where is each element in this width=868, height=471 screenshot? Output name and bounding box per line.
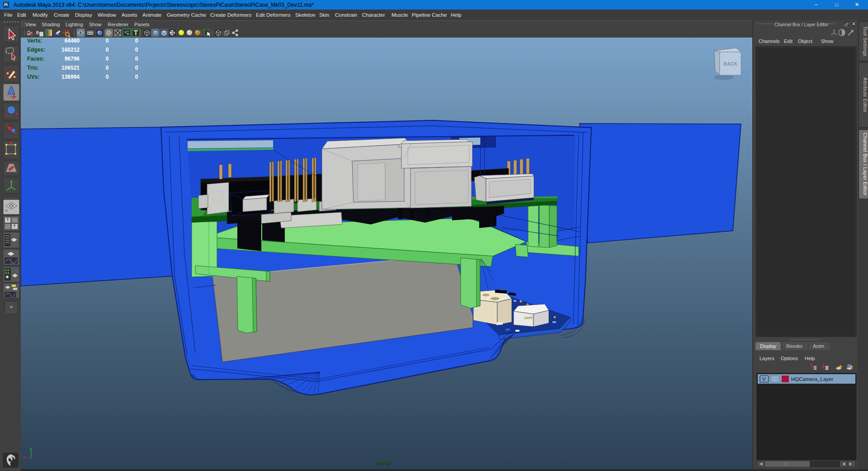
svg-text:0: 0: [106, 47, 109, 53]
svg-text:96796: 96796: [65, 56, 80, 62]
svg-text:0: 0: [106, 56, 109, 62]
svg-text:V: V: [762, 376, 766, 382]
svg-text:BACK: BACK: [724, 62, 738, 67]
svg-text:Layers: Layers: [760, 356, 775, 361]
svg-text:Faces:: Faces:: [27, 56, 44, 62]
svg-text:0: 0: [106, 38, 109, 44]
svg-text:Render: Render: [786, 343, 802, 349]
svg-text:160212: 160212: [61, 47, 80, 53]
svg-text:Help: Help: [805, 356, 815, 361]
svg-text:x: x: [23, 455, 25, 459]
svg-text:Display: Display: [760, 343, 777, 349]
svg-text:z: z: [27, 452, 28, 456]
svg-text:0: 0: [106, 65, 109, 71]
svg-text:136994: 136994: [61, 74, 80, 80]
svg-text:Options: Options: [781, 356, 798, 361]
svg-text:Object: Object: [798, 38, 812, 44]
svg-text:y: y: [30, 447, 32, 451]
svg-text:0: 0: [106, 74, 109, 80]
svg-text:Verts:: Verts:: [27, 38, 42, 44]
svg-text:106521: 106521: [61, 65, 80, 71]
svg-text:Tris:: Tris:: [27, 65, 38, 71]
svg-text:Channels: Channels: [759, 38, 780, 44]
svg-text:0: 0: [135, 38, 138, 44]
svg-text:Edges:: Edges:: [27, 47, 45, 53]
svg-text:Anim: Anim: [813, 343, 824, 349]
svg-text:persp: persp: [376, 460, 391, 466]
svg-text:HQCamera_Layer: HQCamera_Layer: [791, 376, 833, 382]
svg-text:0: 0: [135, 74, 138, 80]
svg-text:Channel Box / Layer Editor: Channel Box / Layer Editor: [774, 22, 829, 27]
svg-text:Show: Show: [821, 38, 834, 44]
svg-text:0: 0: [135, 47, 138, 53]
svg-text:64460: 64460: [65, 38, 80, 44]
svg-text:0: 0: [135, 65, 138, 71]
svg-text:UVs:: UVs:: [27, 74, 39, 80]
svg-text:Edit: Edit: [784, 38, 793, 44]
svg-text:0: 0: [135, 56, 138, 62]
